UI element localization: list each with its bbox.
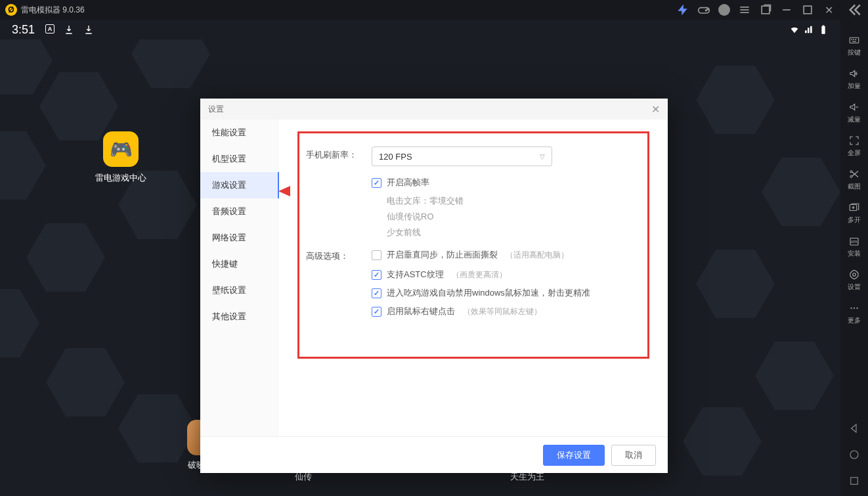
mouse-accel-checkbox[interactable] (372, 288, 381, 298)
svg-marker-26 (850, 270, 858, 279)
app-label: 雷电游戏中心 (95, 172, 146, 184)
svg-point-27 (853, 273, 856, 277)
nav-home-icon[interactable] (848, 449, 860, 461)
svg-point-31 (850, 451, 858, 459)
sidebar-item-wallpaper[interactable]: 壁纸设置 (200, 277, 279, 304)
nav-back-icon[interactable] (848, 422, 860, 434)
sidebar-fullscreen[interactable]: 全屏 (848, 135, 861, 158)
collapse-sidebar-icon[interactable] (840, 0, 868, 20)
high-fps-checkbox[interactable] (372, 178, 381, 188)
sidebar-screenshot[interactable]: 截图 (848, 168, 861, 191)
svg-text:APK: APK (851, 240, 858, 244)
svg-point-13 (854, 39, 854, 40)
dialog-close-icon[interactable]: ✕ (651, 103, 660, 116)
svg-line-20 (852, 171, 858, 177)
status-time: 3:51 (12, 23, 35, 37)
right-click-hint: （效果等同鼠标左键） (463, 306, 542, 317)
astc-checkbox[interactable] (372, 270, 381, 280)
battery-icon (818, 24, 829, 35)
settings-dialog: 设置 ✕ 性能设置 机型设置 游戏设置 音频设置 网络设置 快捷键 壁纸设置 其… (200, 99, 668, 473)
vsync-checkbox[interactable] (372, 250, 381, 260)
app-logo-icon: Ø (5, 4, 17, 16)
sidebar-item-other[interactable]: 其他设置 (200, 304, 279, 330)
fullscreen-icon (848, 135, 860, 147)
volume-up-icon (848, 68, 860, 79)
sidebar-item-model[interactable]: 机型设置 (200, 146, 279, 172)
save-button[interactable]: 保存设置 (543, 445, 605, 466)
highlight-arrow-icon (279, 186, 290, 196)
svg-rect-32 (851, 478, 858, 485)
svg-point-14 (856, 39, 856, 40)
high-fps-game-2: 少女前线 (387, 227, 641, 238)
right-click-label: 启用鼠标右键点击 (387, 305, 455, 317)
signal-icon (804, 24, 814, 35)
sidebar-item-game[interactable]: 游戏设置 (200, 172, 279, 198)
svg-point-2 (707, 9, 708, 10)
astc-hint: （画质更高清） (452, 269, 507, 281)
gamepad-icon[interactable] (697, 3, 710, 16)
high-fps-game-1: 仙境传说RO (387, 211, 641, 223)
more-icon (848, 302, 860, 314)
minimize-icon[interactable] (780, 3, 793, 16)
sidebar-install[interactable]: APK 安装 (848, 235, 861, 258)
high-fps-label: 开启高帧率 (387, 177, 429, 189)
apk-icon: APK (848, 235, 860, 247)
sidebar-item-performance[interactable]: 性能设置 (200, 120, 279, 146)
svg-point-17 (850, 171, 852, 173)
sidebar-settings[interactable]: 设置 (848, 269, 861, 292)
download-icon-2 (83, 24, 94, 35)
svg-rect-11 (850, 37, 859, 43)
mouse-accel-label: 进入吃鸡游戏自动禁用windows鼠标加速，射击更精准 (387, 287, 590, 299)
sidebar-volume-up[interactable]: 加量 (848, 68, 861, 91)
dialog-title: 设置 (208, 104, 224, 115)
wifi-icon (789, 24, 800, 35)
vsync-hint: （适用高配电脑） (506, 250, 569, 261)
sidebar-keymap[interactable]: 按键 (848, 34, 861, 57)
avatar-icon[interactable] (718, 4, 730, 16)
gear-icon (848, 269, 860, 281)
game-center-icon: 🎮 (103, 131, 139, 167)
chevron-down-icon: ▽ (540, 153, 545, 160)
cancel-button[interactable]: 取消 (611, 445, 656, 466)
astc-label: 支持ASTC纹理 (387, 269, 444, 281)
sidebar-item-network[interactable]: 网络设置 (200, 225, 279, 251)
keyboard-icon (848, 34, 860, 46)
tool-sidebar: 按键 加量 减量 全屏 截图 多开 APK 安装 设置 (840, 20, 868, 496)
svg-point-30 (856, 307, 857, 309)
svg-point-12 (852, 39, 852, 40)
menu-icon[interactable] (738, 3, 751, 16)
refresh-rate-label: 手机刷新率： (306, 147, 372, 166)
sidebar-volume-down[interactable]: 减量 (848, 101, 861, 124)
nav-recent-icon[interactable] (848, 475, 860, 487)
volume-down-icon (848, 101, 860, 113)
bolt-icon[interactable] (676, 3, 689, 16)
keyboard-small-icon: A (45, 24, 54, 34)
svg-point-29 (854, 307, 855, 309)
refresh-rate-select[interactable]: 120 FPS ▽ (372, 147, 552, 166)
sidebar-item-audio[interactable]: 音频设置 (200, 198, 279, 225)
sidebar-more[interactable]: 更多 (848, 302, 861, 325)
svg-point-1 (706, 10, 707, 11)
sidebar-item-shortcut[interactable]: 快捷键 (200, 251, 279, 277)
sidebar-multi[interactable]: 多开 (848, 202, 861, 225)
svg-line-19 (852, 172, 858, 177)
highlight-box: 手机刷新率： 120 FPS ▽ 开启高帧率 (297, 131, 649, 359)
close-icon[interactable]: ✕ (822, 3, 835, 16)
right-click-checkbox[interactable] (372, 307, 381, 317)
settings-sidebar: 性能设置 机型设置 游戏设置 音频设置 网络设置 快捷键 壁纸设置 其他设置 (200, 120, 279, 436)
popout-icon[interactable] (759, 3, 772, 16)
app-title: 雷电模拟器 9.0.36 (21, 5, 85, 16)
advanced-label: 高级选项： (306, 248, 372, 262)
svg-rect-9 (821, 26, 825, 34)
svg-rect-10 (823, 25, 825, 26)
scissors-icon (848, 168, 860, 180)
multi-instance-icon (848, 202, 860, 214)
high-fps-game-0: 电击文库：零境交错 (387, 195, 641, 207)
svg-point-28 (850, 307, 852, 309)
download-icon (64, 24, 74, 35)
desktop-app-game-center[interactable]: 🎮 雷电游戏中心 (95, 131, 146, 184)
svg-rect-8 (804, 6, 812, 14)
svg-rect-6 (762, 6, 770, 14)
vsync-label: 开启垂直同步，防止画面撕裂 (387, 249, 498, 261)
maximize-icon[interactable] (801, 3, 814, 16)
